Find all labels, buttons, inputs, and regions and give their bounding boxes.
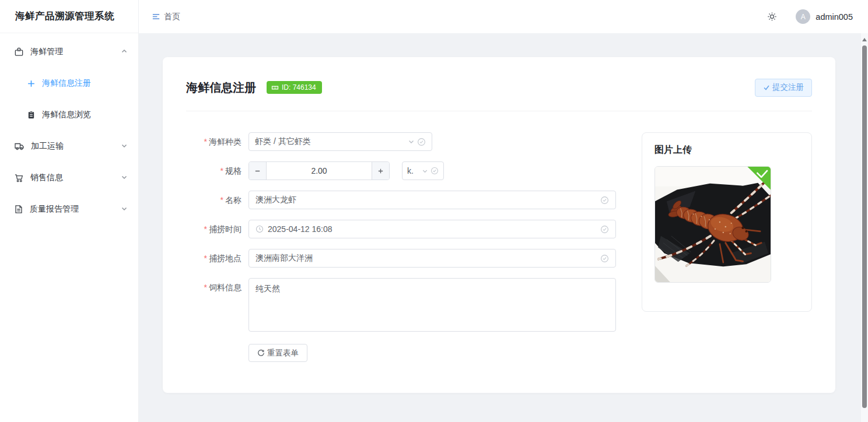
check-circle-icon <box>430 167 439 175</box>
increase-button[interactable] <box>372 162 389 180</box>
app-root: 海鲜产品溯源管理系统 海鲜管理 海鲜信息注册 <box>0 0 868 422</box>
spec-input[interactable] <box>267 166 372 175</box>
scrollbar-thumb[interactable] <box>862 45 867 408</box>
required-asterisk: * <box>204 137 207 146</box>
app-title: 海鲜产品溯源管理系统 <box>0 0 138 33</box>
name-input-wrap <box>249 191 616 209</box>
check-circle-icon <box>417 138 426 146</box>
check-circle-icon <box>600 225 609 234</box>
reset-form-button[interactable]: 重置表单 <box>249 344 307 362</box>
field-label: 规格 <box>225 166 242 175</box>
sidebar-item-seafood-browse[interactable]: 海鲜信息浏览 <box>0 103 138 126</box>
decrease-button[interactable] <box>249 162 267 180</box>
catch-time-picker[interactable] <box>249 220 616 238</box>
check-icon <box>763 84 770 91</box>
page-title: 海鲜信息注册 <box>186 80 256 96</box>
species-value: 虾类 / 其它虾类 <box>255 136 408 147</box>
truck-icon <box>14 141 24 152</box>
clock-icon <box>256 225 264 233</box>
feed-textarea[interactable]: 纯天然 <box>249 278 616 332</box>
header-right: A admin005 <box>767 9 853 24</box>
field-feed: *饲料信息 纯天然 <box>186 278 642 332</box>
catch-place-input-wrap <box>249 249 616 268</box>
sidebar-item-sales-info[interactable]: 销售信息 <box>0 166 138 189</box>
chevron-down-icon <box>121 142 128 151</box>
sidebar-item-label: 加工运输 <box>31 141 121 152</box>
image-upload-panel: 图片上传 <box>642 132 812 312</box>
reset-label: 重置表单 <box>267 348 299 358</box>
sidebar-menu: 海鲜管理 海鲜信息注册 海鲜信息浏览 <box>0 33 138 221</box>
unit-value: k. <box>407 166 422 175</box>
catch-place-input[interactable] <box>256 254 600 263</box>
sidebar-item-seafood-management[interactable]: 海鲜管理 <box>0 40 138 64</box>
spec-stepper <box>249 161 390 180</box>
required-asterisk: * <box>204 254 207 263</box>
report-icon <box>14 205 23 214</box>
register-form: *海鲜种类 虾类 / 其它虾类 <box>186 132 642 362</box>
ticket-icon <box>271 85 279 91</box>
submit-register-button[interactable]: 提交注册 <box>755 79 812 97</box>
cart-icon <box>14 173 24 183</box>
required-asterisk: * <box>204 283 207 292</box>
required-asterisk: * <box>220 166 223 175</box>
upload-title: 图片上传 <box>654 144 799 156</box>
sidebar-item-label: 海鲜信息浏览 <box>42 110 128 120</box>
sidebar: 海鲜产品溯源管理系统 海鲜管理 海鲜信息注册 <box>0 0 139 422</box>
package-icon <box>14 47 24 57</box>
sidebar-item-seafood-register[interactable]: 海鲜信息注册 <box>0 72 138 95</box>
field-catch-time: *捕捞时间 <box>186 220 642 238</box>
name-input[interactable] <box>256 195 600 205</box>
id-badge-text: ID: 746134 <box>282 83 316 92</box>
chevron-down-icon <box>422 168 428 174</box>
required-asterisk: * <box>204 224 207 234</box>
scroll-up-arrow[interactable] <box>862 38 867 41</box>
vertical-scrollbar[interactable] <box>861 33 868 422</box>
sidebar-item-label: 海鲜管理 <box>30 47 121 57</box>
collapse-menu-icon[interactable] <box>152 12 160 21</box>
plus-icon <box>27 79 36 88</box>
top-header: 首页 A admin005 <box>139 0 868 33</box>
field-species: *海鲜种类 虾类 / 其它虾类 <box>186 132 642 151</box>
field-spec: *规格 <box>186 161 642 180</box>
chevron-down-icon <box>121 205 128 214</box>
sidebar-item-processing-transport[interactable]: 加工运输 <box>0 135 138 158</box>
breadcrumb: 首页 <box>152 12 180 22</box>
chevron-down-icon <box>121 173 128 182</box>
required-asterisk: * <box>220 195 223 205</box>
page-content: 海鲜信息注册 ID: 746134 提交注册 * <box>139 33 868 422</box>
check-circle-icon <box>600 196 609 205</box>
clipboard-icon <box>27 111 36 119</box>
submit-label: 提交注册 <box>772 82 804 93</box>
chevron-down-icon <box>408 138 415 145</box>
register-card: 海鲜信息注册 ID: 746134 提交注册 * <box>163 57 835 393</box>
main-area: 首页 A admin005 海鲜信息注册 ID: 746134 <box>139 0 868 422</box>
field-catch-place: *捕捞地点 <box>186 249 642 268</box>
form-area: *海鲜种类 虾类 / 其它虾类 <box>186 132 812 362</box>
sidebar-item-quality-report[interactable]: 质量报告管理 <box>0 198 138 221</box>
light-theme-icon[interactable] <box>767 12 777 22</box>
divider <box>186 111 812 111</box>
id-badge: ID: 746134 <box>267 81 322 94</box>
unit-select[interactable]: k. <box>402 161 444 180</box>
catch-time-input[interactable] <box>268 224 600 234</box>
sidebar-item-label: 质量报告管理 <box>30 204 121 214</box>
sidebar-item-label: 海鲜信息注册 <box>42 78 128 89</box>
sidebar-item-label: 销售信息 <box>30 173 121 183</box>
username[interactable]: admin005 <box>816 12 853 22</box>
field-label: 饲料信息 <box>209 283 242 292</box>
avatar[interactable]: A <box>796 9 810 24</box>
chevron-up-icon <box>121 47 128 57</box>
field-label: 名称 <box>225 195 242 205</box>
uploaded-image[interactable] <box>654 166 771 283</box>
check-circle-icon <box>600 254 609 263</box>
field-label: 捕捞地点 <box>209 254 242 263</box>
field-label: 捕捞时间 <box>209 224 242 234</box>
refresh-icon <box>257 349 265 357</box>
species-select[interactable]: 虾类 / 其它虾类 <box>249 132 432 151</box>
field-label: 海鲜种类 <box>209 137 242 146</box>
uploaded-photo-lobster <box>655 167 771 282</box>
card-header: 海鲜信息注册 ID: 746134 提交注册 <box>186 57 812 96</box>
field-name: *名称 <box>186 191 642 209</box>
breadcrumb-home[interactable]: 首页 <box>164 12 180 22</box>
